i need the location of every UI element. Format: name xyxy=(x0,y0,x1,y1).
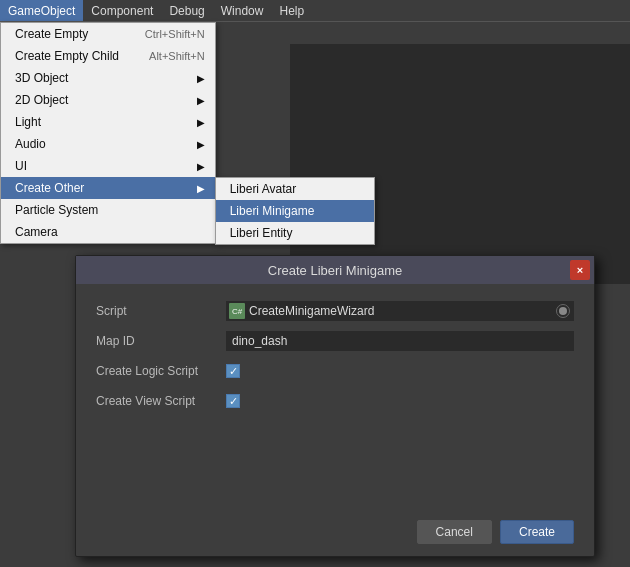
dropdown-item-create-empty-child[interactable]: Create Empty Child Alt+Shift+N xyxy=(1,45,215,67)
menubar-component[interactable]: Component xyxy=(83,0,161,21)
submenu-liberi-avatar[interactable]: Liberi Avatar xyxy=(216,178,374,200)
arrow-icon: ▶ xyxy=(197,161,205,172)
dialog-titlebar: Create Liberi Minigame × xyxy=(76,256,594,284)
script-row: Script C# CreateMinigameWizard xyxy=(96,300,574,322)
dialog-close-button[interactable]: × xyxy=(570,260,590,280)
arrow-icon: ▶ xyxy=(197,139,205,150)
create-logic-checkbox[interactable]: ✓ xyxy=(226,364,240,378)
top-right-panel xyxy=(290,44,630,284)
menubar-debug[interactable]: Debug xyxy=(161,0,212,21)
dropdown-item-2d-object[interactable]: 2D Object ▶ xyxy=(1,89,215,111)
script-field[interactable]: C# CreateMinigameWizard xyxy=(226,301,574,321)
script-label: Script xyxy=(96,304,226,318)
menubar-help[interactable]: Help xyxy=(271,0,312,21)
create-other-submenu: Liberi Avatar Liberi Minigame Liberi Ent… xyxy=(215,177,375,245)
mapid-label: Map ID xyxy=(96,334,226,348)
dropdown-item-light[interactable]: Light ▶ xyxy=(1,111,215,133)
dropdown-item-camera[interactable]: Camera xyxy=(1,221,215,243)
dropdown-item-particle-system[interactable]: Particle System xyxy=(1,199,215,221)
dropdown-item-audio[interactable]: Audio ▶ xyxy=(1,133,215,155)
arrow-icon: ▶ xyxy=(197,183,205,194)
menubar-window[interactable]: Window xyxy=(213,0,272,21)
create-liberi-minigame-dialog: Create Liberi Minigame × Script C# Creat… xyxy=(75,255,595,557)
object-picker-icon[interactable] xyxy=(556,304,570,318)
create-logic-script-row: Create Logic Script ✓ xyxy=(96,360,574,382)
arrow-icon: ▶ xyxy=(197,95,205,106)
create-button[interactable]: Create xyxy=(500,520,574,544)
create-view-script-row: Create View Script ✓ xyxy=(96,390,574,412)
gameobject-dropdown: Create Empty Ctrl+Shift+N Create Empty C… xyxy=(0,22,216,244)
dropdown-item-ui[interactable]: UI ▶ xyxy=(1,155,215,177)
create-view-label: Create View Script xyxy=(96,394,226,408)
dropdown-item-create-empty[interactable]: Create Empty Ctrl+Shift+N xyxy=(1,23,215,45)
cs-script-icon: C# xyxy=(229,303,245,319)
dialog-footer: Cancel Create xyxy=(76,514,594,556)
arrow-icon: ▶ xyxy=(197,73,205,84)
create-logic-label: Create Logic Script xyxy=(96,364,226,378)
cancel-button[interactable]: Cancel xyxy=(417,520,492,544)
dialog-body: Script C# CreateMinigameWizard Map ID Cr… xyxy=(76,284,594,514)
dropdown-item-create-other[interactable]: Create Other ▶ Liberi Avatar Liberi Mini… xyxy=(1,177,215,199)
arrow-icon: ▶ xyxy=(197,117,205,128)
dialog-title: Create Liberi Minigame xyxy=(268,263,402,278)
menubar-gameobject[interactable]: GameObject xyxy=(0,0,83,21)
script-value: CreateMinigameWizard xyxy=(249,304,556,318)
mapid-input[interactable] xyxy=(226,331,574,351)
submenu-liberi-entity[interactable]: Liberi Entity xyxy=(216,222,374,244)
mapid-row: Map ID xyxy=(96,330,574,352)
dialog-spacer xyxy=(96,420,574,500)
menubar: GameObject Component Debug Window Help xyxy=(0,0,630,22)
create-view-checkbox[interactable]: ✓ xyxy=(226,394,240,408)
dropdown-item-3d-object[interactable]: 3D Object ▶ xyxy=(1,67,215,89)
submenu-liberi-minigame[interactable]: Liberi Minigame xyxy=(216,200,374,222)
